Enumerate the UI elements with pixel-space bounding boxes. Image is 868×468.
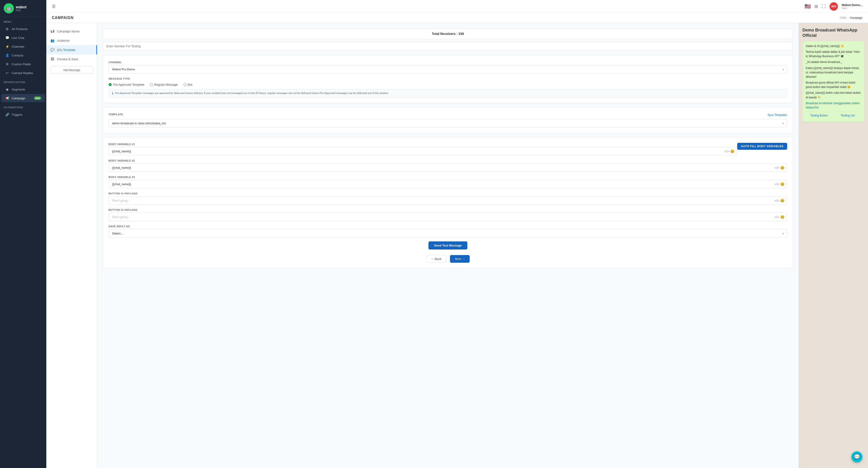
code-icon-btn-2[interactable]: </> <box>774 166 779 170</box>
sidebar-item-segments[interactable]: ◉ Segments <box>1 85 45 94</box>
username: Wabot Demo... <box>842 3 863 7</box>
step-audience[interactable]: 👥 Audience <box>46 36 97 45</box>
preview-title: Demo Broadcast WhatsApp Official <box>802 28 864 38</box>
btn-payload-2-input[interactable] <box>109 213 772 221</box>
step-preview-save[interactable]: 🖼 Preview & Save <box>46 55 97 64</box>
btn-payload-1-actions: </> 😊 <box>772 199 787 203</box>
page-header: CAMPAIGN CRM › Campaign <box>46 13 868 23</box>
contacts-icon: 👤 <box>5 54 9 57</box>
body-var-2-input-row: </> 😊 <box>108 163 787 172</box>
expand-button[interactable]: ⛶ <box>822 4 826 9</box>
body-var-1-input[interactable] <box>109 147 722 155</box>
sidebar-item-campaign[interactable]: 📢 Campaign New <box>1 94 45 102</box>
step-template[interactable]: 💬 (#1) Template <box>46 45 97 55</box>
channel-icon: ⚡ <box>5 45 9 48</box>
segments-icon: ◉ <box>5 88 9 91</box>
radio-bot[interactable]: Bot <box>183 83 192 86</box>
btn-payload-1-label: BUTTON #1 PAYLOAD <box>108 192 787 195</box>
bubble-line4: Kalau {{{chat_name}}} berjaya dapat mese… <box>806 66 861 79</box>
template-select-wrapper: demo broadcast in class intro2waba_ms <box>108 119 787 128</box>
next-button[interactable]: Next → <box>450 255 470 263</box>
sidebar-item-label: Contacts <box>11 54 23 57</box>
radio-pre-approved-label: Pre Approved Template <box>113 83 144 86</box>
grid-button[interactable]: ⊞ <box>814 4 818 9</box>
sidebar-item-channels[interactable]: ⚡ Channels <box>1 42 45 51</box>
fab-chat-button[interactable]: 💬 <box>851 452 863 463</box>
template-section: Template Sync Templates demo broadcast i… <box>103 107 793 133</box>
chat-btn-testing[interactable]: Testing Button <box>806 112 833 119</box>
back-button[interactable]: ← Back <box>426 255 446 263</box>
var-3-actions: </> 😊 <box>772 182 787 186</box>
radio-pre-approved[interactable]: Pre Approved Template <box>108 83 144 86</box>
logo-icon: 🤖 <box>4 3 14 13</box>
code-icon-btn-3[interactable]: </> <box>774 182 779 186</box>
sidebar-item-label: Live Chat <box>11 36 24 40</box>
language-flag[interactable]: 🇺🇸 <box>805 3 811 9</box>
btn-payload-1-input-row: </> 😊 <box>108 196 787 205</box>
main-area: ☰ 🇺🇸 ⊞ ⛶ WD Wabot Demo... User CAMPAIGN … <box>46 0 868 468</box>
body-var-3-input-row: </> 😊 <box>108 180 787 189</box>
sidebar-item-label: Segments <box>11 88 25 91</box>
sidebar: 🤖 wabot PRO MENU ⊞ All Products 💬 Live C… <box>0 0 46 468</box>
test-number-input[interactable] <box>103 42 793 51</box>
emoji-btn-3[interactable]: 😊 <box>780 182 785 186</box>
form-area: Total Receivers : 159 Channel Wabot Pro … <box>97 23 799 468</box>
grid-icon: ⊞ <box>5 27 9 31</box>
bottom-nav: ← Back Next → <box>108 253 787 263</box>
save-reply-section: Save Reply As Select... <box>108 225 787 238</box>
step-campaign-name[interactable]: 📢 Campaign Name <box>46 27 97 36</box>
menu-section-label: MENU <box>0 17 46 25</box>
sidebar-item-all-products[interactable]: ⊞ All Products <box>1 25 45 33</box>
user-avatar[interactable]: WD <box>830 2 838 11</box>
send-test-button[interactable]: Send Test Message <box>429 241 467 249</box>
emoji-btn-5[interactable]: 😊 <box>780 215 785 219</box>
bubble-line7: Broadcast ini dihantar menggunakan siste… <box>806 101 861 110</box>
btn-payload-2-section: BUTTON #1 PAYLOAD </> 😊 <box>108 208 787 221</box>
code-icon-btn-1[interactable]: </> <box>724 149 730 153</box>
sync-templates-button[interactable]: Sync Templates <box>768 113 787 116</box>
topbar: ☰ 🇺🇸 ⊞ ⛶ WD Wabot Demo... User <box>46 0 868 13</box>
breadcrumb-current: Campaign <box>850 16 863 20</box>
save-reply-select[interactable]: Select... <box>108 229 787 238</box>
body-var-2-input[interactable] <box>109 164 772 172</box>
sidebar-item-triggers[interactable]: 🔗 Triggers <box>1 110 45 119</box>
sidebar-item-live-chat[interactable]: 💬 Live Chat <box>1 34 45 42</box>
var-1-actions: </> 😊 <box>722 149 737 154</box>
body-var-3-input[interactable] <box>109 180 772 188</box>
step-icon: 👥 <box>50 39 55 42</box>
sidebar-item-contacts[interactable]: 👤 Contacts <box>1 51 45 60</box>
total-receivers-bar: Total Receivers : 159 <box>103 29 793 39</box>
sidebar-item-label: Custom Fields <box>11 63 31 66</box>
sidebar-item-label: Channels <box>11 45 24 48</box>
hamburger-button[interactable]: ☰ <box>52 4 56 9</box>
body-var-2-label: BODY VARIABLE #2 <box>108 159 787 162</box>
btn-payload-1-input[interactable] <box>109 197 772 205</box>
add-message-button[interactable]: Add Message <box>50 66 93 74</box>
radio-regular[interactable]: Regular Message <box>150 83 178 86</box>
bubble-line1: Salam & Hi {{{chat_name}}} 👋 <box>806 44 861 48</box>
preview-panel: Demo Broadcast WhatsApp Official Salam &… <box>799 23 868 468</box>
body-var-3-section: BODY VARIABLE #3 </> 😊 <box>108 176 787 189</box>
channel-select[interactable]: Wabot Pro Demo <box>108 65 787 74</box>
code-icon-btn-5[interactable]: </> <box>774 215 779 219</box>
bubble-line2: Terima kasih sebab daftar & join kelas "… <box>806 50 861 59</box>
emoji-btn-4[interactable]: 😊 <box>780 199 785 203</box>
code-icon-btn-4[interactable]: </> <box>774 199 779 203</box>
auto-fill-button[interactable]: AUTO FILL BODY VARIABLES <box>737 143 787 150</box>
channel-select-wrapper: Wabot Pro Demo <box>108 65 787 74</box>
bubble-line5: Broadcast guna official API ni best bole… <box>806 80 861 89</box>
chat-btn-list[interactable]: Testing List <box>834 112 861 119</box>
btn-payload-2-label: BUTTON #1 PAYLOAD <box>108 208 787 211</box>
sidebar-item-canned-replies[interactable]: ↩ Canned Replies <box>1 69 45 77</box>
page-area: CAMPAIGN CRM › Campaign 📢 Campaign Name … <box>46 13 868 468</box>
emoji-btn-1[interactable]: 😊 <box>730 149 735 154</box>
step-label: Audience <box>57 39 69 42</box>
sidebar-item-custom-fields[interactable]: ⚙ Custom Fields <box>1 60 45 68</box>
steps-panel: 📢 Campaign Name 👥 Audience 💬 (#1) Templa… <box>46 23 97 468</box>
btn-payload-2-input-row: </> 😊 <box>108 213 787 221</box>
template-select[interactable]: demo broadcast in class intro2waba_ms <box>108 119 787 128</box>
new-badge: New <box>34 97 41 100</box>
emoji-btn-2[interactable]: 😊 <box>780 166 785 170</box>
template-row: Template Sync Templates <box>108 113 787 117</box>
preview-content: Demo Broadcast WhatsApp Official Salam &… <box>802 28 864 122</box>
